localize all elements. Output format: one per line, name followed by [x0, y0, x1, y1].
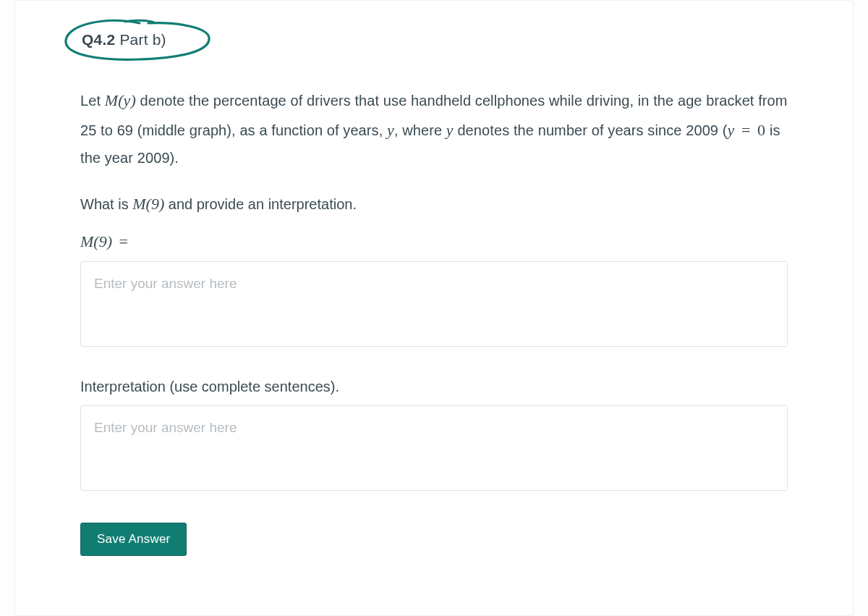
text: What is — [80, 196, 132, 212]
math-y: y — [446, 121, 454, 139]
math-M-of-9: M(9) — [80, 232, 112, 250]
question-heading: Q4.2 Part b) — [80, 27, 168, 53]
math-M-of-9: M(9) — [132, 195, 164, 213]
interpretation-label: Interpretation (use complete sentences). — [80, 379, 788, 395]
math-M-of-y: M(y) — [105, 91, 136, 109]
text: and provide an interpretation. — [164, 196, 357, 212]
math-equals: = — [734, 121, 757, 139]
question-body: Let M(y) denote the percentage of driver… — [80, 86, 788, 172]
text: Let — [80, 93, 105, 109]
question-prompt: What is M(9) and provide an interpretati… — [80, 195, 788, 214]
question-heading-wrap: Q4.2 Part b) — [80, 27, 168, 53]
question-card: Q4.2 Part b) Let M(y) denote the percent… — [14, 0, 854, 616]
text: denotes the number of years since 2009 ( — [454, 122, 728, 138]
equation-line: M(9) = — [80, 232, 788, 251]
question-number: Q4.2 — [82, 31, 115, 48]
math-y: y — [387, 121, 394, 139]
math-equals: = — [112, 232, 131, 250]
answer-input-1[interactable] — [80, 261, 788, 347]
text: , where — [394, 122, 446, 138]
question-part: Part b) — [119, 31, 166, 48]
math-y: y — [728, 121, 735, 139]
save-answer-button[interactable]: Save Answer — [80, 523, 187, 556]
math-zero: 0 — [757, 121, 765, 139]
answer-input-2[interactable] — [80, 405, 788, 491]
